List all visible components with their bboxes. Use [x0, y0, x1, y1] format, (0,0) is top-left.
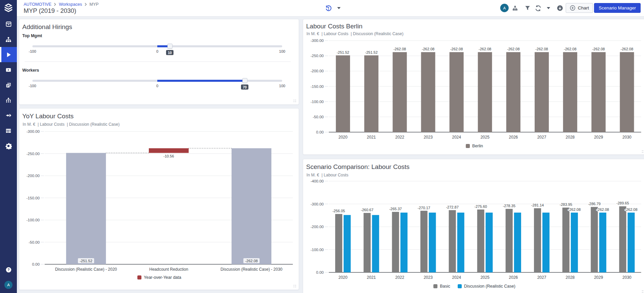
resize-handle-icon[interactable]: [642, 150, 644, 153]
bar[interactable]: [534, 208, 541, 272]
slider-track[interactable]: [32, 80, 282, 82]
slider-handle[interactable]: [167, 44, 172, 49]
slider-track[interactable]: [32, 45, 282, 47]
legend-item[interactable]: Berlin: [466, 144, 483, 148]
resize-handle-icon[interactable]: [642, 290, 644, 293]
bar[interactable]: [335, 214, 342, 272]
bar[interactable]: [562, 207, 569, 272]
y-tick-label: -100.00: [311, 248, 324, 252]
divider: [25, 62, 291, 62]
bar[interactable]: [450, 52, 464, 132]
bar[interactable]: [619, 206, 626, 272]
bar[interactable]: [591, 52, 606, 132]
video-play-icon: [5, 67, 12, 73]
value-label: -272.87: [446, 205, 458, 209]
bar[interactable]: [392, 212, 399, 272]
resize-handle-icon[interactable]: [294, 100, 296, 102]
org-chart-icon[interactable]: [512, 5, 518, 11]
bar[interactable]: [232, 148, 271, 264]
legend-label: Berlin: [472, 144, 483, 148]
bar[interactable]: [506, 52, 520, 132]
x-axis-labels: 2020202120222023202420252026202720282029…: [339, 135, 632, 140]
value-label: -289.65: [616, 201, 629, 205]
sidebar-item-data[interactable]: [0, 123, 17, 138]
help-button[interactable]: ?: [6, 267, 11, 274]
bar[interactable]: [429, 213, 436, 272]
avatar-initial: A: [503, 6, 506, 10]
bar[interactable]: [620, 52, 634, 132]
bar[interactable]: [571, 213, 578, 272]
bar[interactable]: [393, 52, 407, 132]
bar[interactable]: [478, 52, 492, 132]
bar[interactable]: [457, 213, 464, 272]
bar[interactable]: [336, 55, 350, 132]
bar[interactable]: [344, 215, 351, 272]
breadcrumb-workspaces[interactable]: Workspaces: [59, 2, 82, 7]
sidebar-item-scenarios[interactable]: [0, 93, 17, 108]
sidebar-item-flows[interactable]: [0, 108, 17, 123]
chart-title: Labour Costs Berlin: [306, 23, 363, 30]
slider-label: Workers: [22, 68, 39, 73]
y-tick-label: -250.00: [26, 152, 39, 156]
download-circle-icon[interactable]: [557, 5, 563, 11]
y-tick-label: 0.00: [316, 130, 324, 134]
filter-icon[interactable]: [525, 5, 531, 11]
bar[interactable]: [506, 209, 513, 272]
scenario-manager-button[interactable]: Scenario Manager: [594, 3, 641, 13]
data-table-icon: [5, 127, 12, 134]
sidebar-item-reports[interactable]: [0, 77, 17, 93]
category-label: 2024: [452, 135, 461, 140]
app-logo[interactable]: [0, 2, 17, 13]
add-chart-button[interactable]: Chart: [566, 3, 593, 13]
bar[interactable]: [535, 52, 549, 132]
bar[interactable]: [421, 52, 435, 132]
slider-handle[interactable]: [242, 78, 247, 83]
legend-item[interactable]: Year-over-Year data: [137, 275, 181, 280]
caret-down-icon[interactable]: [547, 7, 550, 9]
legend-item[interactable]: Basic: [433, 284, 450, 289]
bar[interactable]: [599, 213, 606, 272]
sidebar-item-settings[interactable]: [0, 138, 17, 153]
bar[interactable]: [149, 148, 189, 153]
value-label: -262.08: [422, 47, 434, 51]
bar[interactable]: [477, 210, 484, 272]
sidebar-item-models[interactable]: [0, 32, 17, 47]
caret-down-icon[interactable]: [337, 7, 341, 9]
breadcrumb-automotive[interactable]: AUTOMOTIVE: [24, 2, 51, 7]
value-label: -262.08: [596, 207, 609, 212]
user-avatar[interactable]: A: [4, 281, 12, 289]
slider-min-label: -100: [29, 84, 36, 88]
chevron-right-icon: [85, 3, 87, 6]
bar[interactable]: [364, 213, 371, 272]
refresh-icon[interactable]: [535, 5, 542, 12]
bar[interactable]: [372, 215, 379, 272]
breadcrumb-current: MYP: [89, 2, 99, 7]
bar[interactable]: [627, 213, 635, 272]
value-label: -281.14: [531, 203, 544, 207]
bar[interactable]: [400, 213, 407, 272]
bar[interactable]: [514, 213, 521, 272]
undo-history-icon[interactable]: [325, 5, 332, 12]
category-label: 2023: [424, 135, 433, 140]
bar[interactable]: [449, 210, 456, 272]
sidebar-item-presentations[interactable]: [0, 62, 17, 77]
bar[interactable]: [420, 211, 427, 272]
play-icon: [5, 51, 12, 58]
legend-item[interactable]: Discussion (Realistic Case): [458, 284, 515, 289]
value-label: -262.08: [592, 47, 605, 51]
bar[interactable]: [542, 213, 549, 272]
bar[interactable]: [563, 52, 577, 132]
toolbar-avatar[interactable]: A: [500, 4, 509, 12]
sidebar-nav: [0, 17, 17, 153]
value-label: -10.56: [163, 154, 174, 158]
sidebar-item-workspaces[interactable]: [0, 17, 17, 32]
bar[interactable]: [66, 153, 106, 264]
y-tick-label: -300.00: [26, 129, 39, 133]
bar[interactable]: [364, 55, 378, 132]
bar[interactable]: [486, 213, 493, 272]
bar[interactable]: [591, 207, 598, 272]
y-tick-label: -100.00: [311, 100, 324, 104]
sidebar-item-simulations[interactable]: [0, 47, 17, 62]
resize-handle-icon[interactable]: [294, 285, 296, 287]
y-tick-label: -100.00: [26, 218, 39, 222]
